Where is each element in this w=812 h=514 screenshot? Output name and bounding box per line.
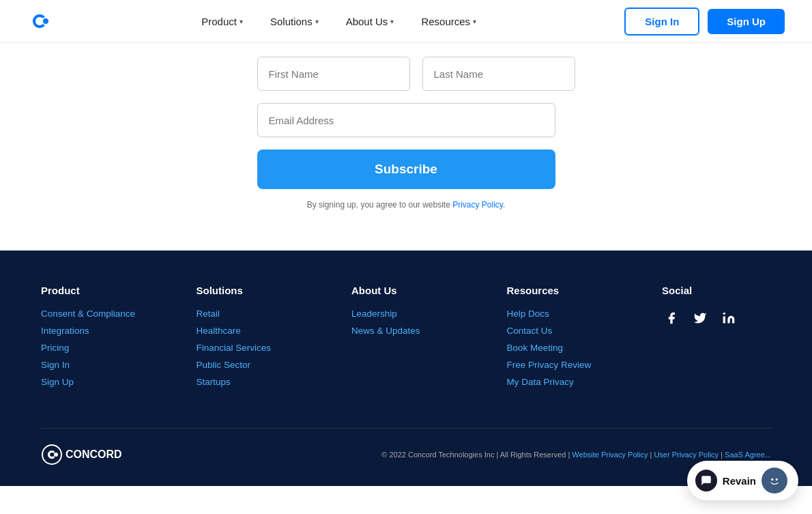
privacy-text-end: . bbox=[503, 200, 505, 210]
footer-link-financial[interactable]: Financial Services bbox=[197, 343, 306, 353]
footer-columns: Product Consent & Compliance Integration… bbox=[41, 285, 771, 394]
footer-link-leadership[interactable]: Leadership bbox=[351, 309, 461, 319]
footer-col-product: Product Consent & Compliance Integration… bbox=[41, 285, 150, 394]
svg-point-3 bbox=[42, 445, 61, 464]
footer-link-retail[interactable]: Retail bbox=[197, 309, 306, 319]
linkedin-icon[interactable] bbox=[719, 309, 738, 328]
footer-col-about: About Us Leadership News & Updates bbox=[351, 285, 461, 394]
social-icons-row bbox=[662, 309, 771, 328]
privacy-notice: By signing up, you agree to our website … bbox=[307, 200, 506, 210]
footer-link-book-meeting[interactable]: Book Meeting bbox=[507, 343, 616, 353]
nav-product-label: Product bbox=[201, 16, 237, 27]
revain-widget[interactable]: Revain bbox=[687, 461, 798, 486]
nav-solutions-label: Solutions bbox=[270, 16, 313, 27]
chevron-down-icon: ▾ bbox=[390, 18, 394, 25]
subscribe-button[interactable]: Subscribe bbox=[257, 149, 555, 189]
navbar: Product ▾ Solutions ▾ About Us ▾ Resourc… bbox=[0, 0, 812, 43]
nav-about-label: About Us bbox=[346, 16, 388, 27]
footer-concord-logo: CONCORD bbox=[41, 444, 123, 466]
chevron-down-icon: ▾ bbox=[473, 18, 476, 25]
footer-solutions-title: Solutions bbox=[197, 285, 306, 296]
footer-bottom: CONCORD © 2022 Concord Technologies Inc … bbox=[41, 444, 771, 466]
name-row bbox=[257, 57, 555, 91]
footer-link-healthcare[interactable]: Healthcare bbox=[197, 326, 306, 336]
svg-rect-0 bbox=[27, 8, 53, 34]
nav-solutions[interactable]: Solutions ▾ bbox=[259, 10, 330, 33]
footer-link-free-privacy[interactable]: Free Privacy Review bbox=[507, 360, 616, 370]
footer-product-title: Product bbox=[41, 285, 150, 296]
privacy-policy-link[interactable]: Privacy Policy bbox=[452, 200, 503, 210]
footer-link-public-sector[interactable]: Public Sector bbox=[197, 360, 306, 370]
nav-product[interactable]: Product ▾ bbox=[190, 10, 254, 33]
svg-point-1 bbox=[43, 18, 48, 24]
footer-social-title: Social bbox=[662, 285, 771, 296]
footer-col-solutions: Solutions Retail Healthcare Financial Se… bbox=[197, 285, 306, 394]
footer-link-startups[interactable]: Startups bbox=[197, 377, 306, 387]
user-privacy-link[interactable]: User Privacy Policy bbox=[654, 451, 719, 459]
footer-link-signin[interactable]: Sign In bbox=[41, 360, 150, 370]
svg-point-8 bbox=[776, 479, 778, 481]
nav-links: Product ▾ Solutions ▾ About Us ▾ Resourc… bbox=[190, 10, 487, 33]
footer-link-consent[interactable]: Consent & Compliance bbox=[41, 309, 150, 319]
footer-link-my-data[interactable]: My Data Privacy bbox=[507, 377, 616, 387]
footer-link-contact[interactable]: Contact Us bbox=[507, 326, 616, 336]
footer-link-pricing[interactable]: Pricing bbox=[41, 343, 150, 353]
revain-label: Revain bbox=[723, 475, 756, 487]
last-name-input[interactable] bbox=[422, 57, 575, 91]
svg-text:CONCORD: CONCORD bbox=[66, 448, 122, 460]
chevron-down-icon: ▾ bbox=[240, 18, 243, 25]
footer-link-news[interactable]: News & Updates bbox=[351, 326, 461, 336]
footer-divider bbox=[41, 428, 771, 429]
signin-button[interactable]: Sign In bbox=[624, 8, 699, 35]
concord-logo-icon bbox=[27, 8, 53, 34]
nav-actions: Sign In Sign Up bbox=[624, 8, 785, 35]
footer-copyright-text: © 2022 Concord Technologies Inc | All Ri… bbox=[381, 451, 771, 459]
footer-logo[interactable]: CONCORD bbox=[41, 444, 123, 466]
footer-link-integrations[interactable]: Integrations bbox=[41, 326, 150, 336]
logo[interactable] bbox=[27, 8, 53, 34]
svg-point-4 bbox=[54, 453, 58, 457]
email-input[interactable] bbox=[257, 103, 555, 137]
svg-point-2 bbox=[723, 313, 725, 315]
privacy-text-prefix: By signing up, you agree to our website bbox=[307, 200, 452, 210]
footer-col-social: Social bbox=[662, 285, 771, 394]
footer-about-title: About Us bbox=[351, 285, 461, 296]
nav-resources-label: Resources bbox=[421, 16, 470, 27]
signup-button[interactable]: Sign Up bbox=[708, 9, 785, 34]
footer: Product Consent & Compliance Integration… bbox=[0, 251, 812, 486]
facebook-icon[interactable] bbox=[662, 309, 681, 328]
website-privacy-link[interactable]: Website Privacy Policy bbox=[572, 451, 648, 459]
nav-about[interactable]: About Us ▾ bbox=[335, 10, 405, 33]
saas-agreement-link[interactable]: SaaS Agree... bbox=[725, 451, 771, 459]
copyright-base: © 2022 Concord Technologies Inc | All Ri… bbox=[381, 451, 572, 459]
footer-link-helpdocs[interactable]: Help Docs bbox=[507, 309, 616, 319]
svg-point-7 bbox=[771, 479, 773, 481]
revain-mascot-icon bbox=[762, 468, 787, 486]
footer-link-signup[interactable]: Sign Up bbox=[41, 377, 150, 387]
twitter-icon[interactable] bbox=[691, 309, 710, 328]
footer-col-resources: Resources Help Docs Contact Us Book Meet… bbox=[507, 285, 616, 394]
first-name-input[interactable] bbox=[257, 57, 410, 91]
footer-resources-title: Resources bbox=[507, 285, 616, 296]
nav-resources[interactable]: Resources ▾ bbox=[410, 10, 487, 33]
subscribe-form-section: Subscribe By signing up, you agree to ou… bbox=[0, 43, 812, 251]
chat-icon bbox=[695, 470, 717, 486]
chevron-down-icon: ▾ bbox=[315, 18, 319, 25]
